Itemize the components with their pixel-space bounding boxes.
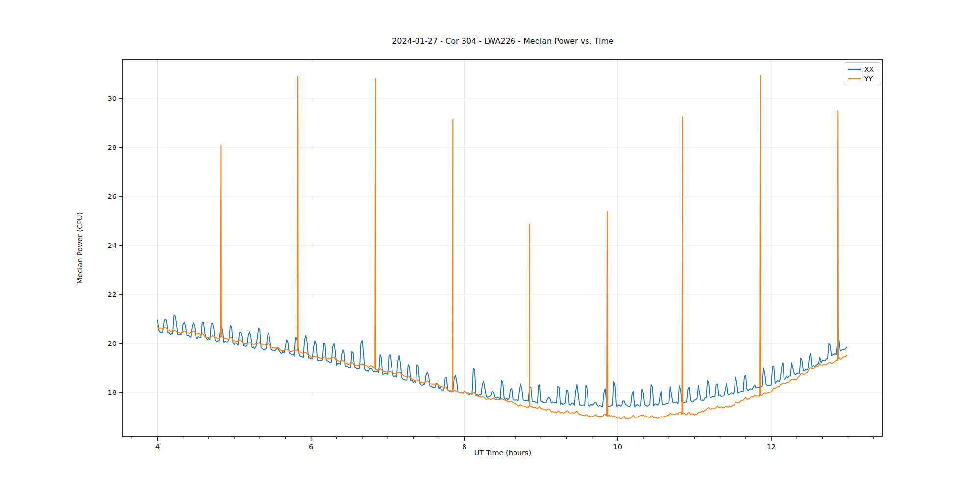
- x-tick-label: 10: [613, 443, 622, 451]
- y-tick-label: 20: [108, 340, 117, 347]
- figure-background: [0, 0, 980, 490]
- y-tick-label: 18: [108, 389, 117, 396]
- legend: XX YY: [844, 63, 881, 85]
- legend-box: [844, 63, 881, 85]
- x-tick-label: 8: [462, 443, 466, 451]
- figure: 468101218202224262830 2024-01-27 - Cor 3…: [0, 0, 980, 490]
- legend-label-xx: XX: [864, 65, 874, 73]
- x-tick-label: 4: [155, 443, 160, 451]
- y-tick-label: 30: [108, 95, 117, 102]
- y-tick-label: 26: [108, 193, 117, 200]
- chart-title: 2024-01-27 - Cor 304 - LWA226 - Median P…: [392, 36, 613, 46]
- legend-label-yy: YY: [864, 75, 873, 83]
- chart-figure: 468101218202224262830 2024-01-27 - Cor 3…: [0, 0, 980, 490]
- y-axis-label: Median Power (CPU): [76, 212, 84, 284]
- x-tick-label: 12: [767, 443, 776, 451]
- y-tick-label: 22: [108, 291, 117, 298]
- x-axis-label: UT Time (hours): [474, 449, 531, 457]
- x-tick-label: 6: [309, 443, 313, 451]
- y-tick-label: 24: [108, 242, 117, 249]
- y-tick-label: 28: [108, 144, 117, 151]
